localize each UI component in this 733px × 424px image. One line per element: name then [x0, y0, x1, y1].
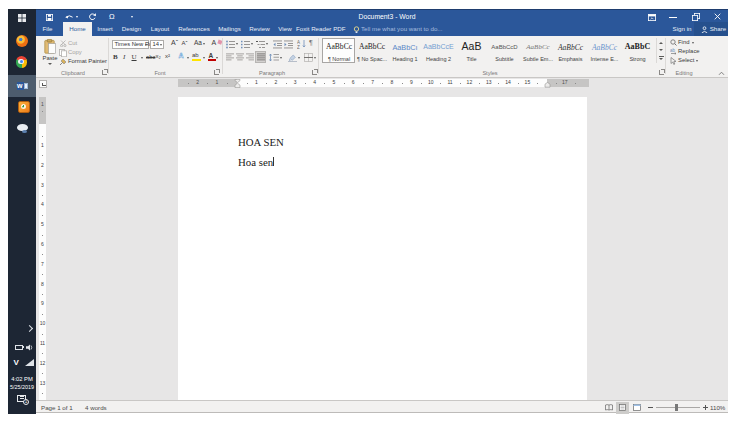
svg-text:Z: Z — [297, 45, 300, 50]
svg-text:ab: ab — [670, 48, 676, 53]
